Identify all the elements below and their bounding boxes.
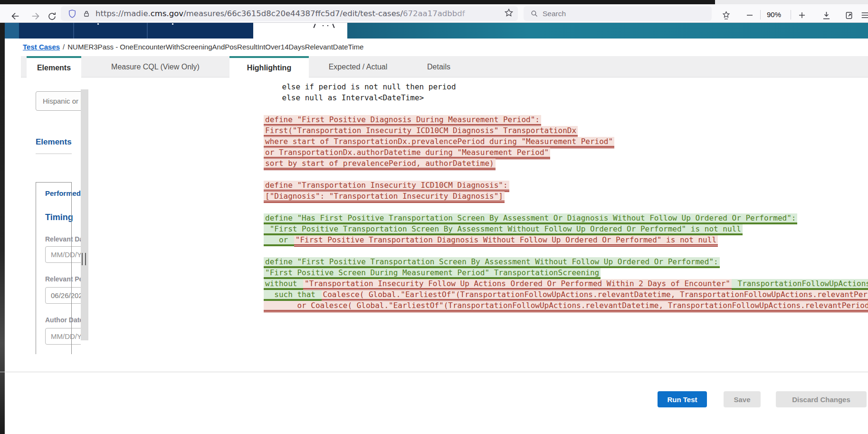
tab-expected-actual[interactable]: Expected / Actual [309,56,407,77]
highlighting-panel[interactable]: else if period is not null then period e… [88,77,868,372]
bookmark-star-icon[interactable] [504,8,514,18]
code-line: else null as Interval<DateTime> [264,92,868,103]
discard-changes-button[interactable]: Discard Changes [776,391,867,407]
reload-button[interactable] [46,10,58,22]
section-rule [36,154,72,154]
clipped-label-tip [172,23,173,25]
code-line: ["Diagnosis": "Transportation Insecurity… [264,191,868,202]
tab-elements[interactable]: Elements [27,56,81,78]
downloads-button[interactable] [820,10,832,21]
forward-icon [30,11,41,21]
hamburger-icon [860,10,868,20]
sidebar-scrollbar[interactable] [81,89,88,340]
code-line [264,245,868,256]
clipped-glyph [313,24,315,28]
cql-code: else if period is not null then period e… [264,81,868,311]
lock-icon[interactable] [82,10,91,18]
plus-icon [798,11,806,19]
tab-highlighting[interactable]: Highlighting [229,56,309,78]
download-icon [821,10,831,20]
window-top-strip [0,0,715,4]
window-top-strip-right [715,0,868,4]
breadcrumb-separator: / [60,43,67,51]
zoom-out-button[interactable] [744,10,755,21]
breadcrumb-test-cases-link[interactable]: Test Cases [23,43,60,51]
browser-toolbar: https://madie.cms.gov/measures/66c3615d8… [0,4,868,23]
elements-section-title: Elements [36,137,72,147]
clipped-glyph [323,25,324,26]
performed-card-title: Performed [45,189,81,197]
screen-left-edge [0,23,5,434]
tab-measure-cql-view-only[interactable]: Measure CQL (View Only) [81,56,229,77]
url-bar[interactable]: https://madie.cms.gov/measures/66c3615d8… [61,6,518,21]
url-fade [455,7,498,20]
footer-divider [0,372,868,372]
code-segment-green: "First Positive Screen During Measuremen… [264,268,601,279]
race-option-chip[interactable]: Hispanic or Latino [36,91,81,111]
code-line [264,169,868,180]
code-line: define "First Positive Diagnosis During … [264,114,868,125]
page-share-icon [844,10,854,20]
tab-details[interactable]: Details [407,56,470,77]
code-segment-green: TransportationFollowUpActions [732,279,868,290]
header-blue-strip [5,23,19,39]
code-segment-red: "First Positive Transportation Diagnosis… [294,235,718,247]
search-placeholder: Search [543,10,566,18]
timing-heading: Timing [45,212,73,222]
code-line: "First Positive Screen During Measuremen… [264,267,868,278]
code-line: define "Transportation Insecurity ICD10C… [264,180,868,191]
menu-button[interactable] [860,10,868,21]
code-segment-green: define "Has First Positive Transportatio… [264,213,797,224]
header-teal-band [347,23,868,39]
author-datetime-input[interactable] [45,328,81,345]
run-test-button[interactable]: Run Test [658,391,707,407]
code-line [264,103,868,114]
reload-icon [47,11,57,21]
code-line: or TransportationDx.authorDatetime durin… [264,147,868,158]
header-navy-tabs[interactable] [19,23,253,39]
code-line: without "Transportation Insecurity Follo… [264,278,868,289]
author-datetime-label: Author Datetime [45,316,81,324]
code-line: or "First Positive Transportation Diagno… [264,234,868,245]
code-line: define "First Positive Transportation Sc… [264,256,868,267]
code-line: else if period is not null then period [264,81,868,92]
code-segment-green: define "First Positive Transportation Sc… [264,257,720,268]
clipped-glyph [327,25,328,26]
zoom-level[interactable]: 90% [767,10,781,19]
code-line: where start of TransportationDx.prevalen… [264,136,868,147]
relevant-datetime-label: Relevant Datetime [45,235,81,243]
code-segment-plain: else null as Interval<DateTime> [264,93,424,102]
code-segment-red: or Coalesce( Global."EarliestOf"(Transpo… [264,301,868,312]
url-text: https://madie.cms.gov/measures/66c3615d8… [95,9,465,18]
code-line: First("Transportation Insecurity ICD10CM… [264,125,868,136]
code-line: "First Positive Transportation Screen By… [264,223,868,234]
clipped-label-tip [97,23,99,25]
shield-icon[interactable] [67,9,77,19]
search-icon [530,10,538,18]
code-segment-green: such that [264,290,322,301]
save-button[interactable]: Save [724,391,761,407]
breadcrumb: Test Cases/NUMER3Pass - OneEncounterWith… [23,43,363,51]
toolbar-separator [760,10,761,19]
relevant-period-input[interactable] [45,287,81,304]
header-tab-divider [73,23,74,39]
relevant-period-label: Relevant Period [45,275,81,283]
toolbar-separator [791,10,791,19]
code-line: define "Has First Positive Transportatio… [264,212,868,223]
forward-button[interactable] [29,10,42,22]
code-segment-red: sort by start of prevalencePeriod, autho… [264,159,496,170]
bookmarks-menu-button[interactable] [720,10,732,21]
code-line [264,202,868,212]
extensions-button[interactable] [843,10,855,21]
panel-resize-handle[interactable] [82,253,86,265]
code-line: or Coalesce( Global."EarliestOf"(Transpo… [264,300,868,311]
code-segment-green: without [264,279,303,290]
zoom-in-button[interactable] [796,10,808,21]
code-line: sort by start of prevalencePeriod, autho… [264,158,868,169]
code-segment-green: "First Positive Transportation Screen By… [264,224,743,235]
header-active-tab[interactable] [253,23,347,39]
back-button[interactable] [9,10,21,22]
relevant-datetime-input[interactable] [45,246,81,263]
back-icon [10,11,20,21]
search-bar[interactable]: Search [524,6,712,21]
